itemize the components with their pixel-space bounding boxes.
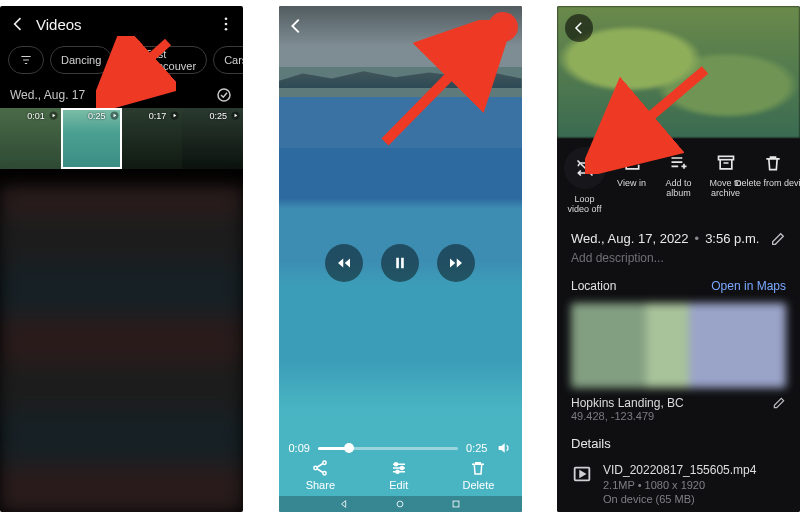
capture-datetime: Wed., Aug. 17, 2022•3:56 p.m. bbox=[571, 231, 759, 246]
time-elapsed: 0:09 bbox=[289, 442, 310, 454]
location-label: Location bbox=[571, 279, 616, 293]
video-thumb[interactable]: 0:25 bbox=[182, 108, 243, 169]
play-icon bbox=[109, 110, 120, 121]
video-thumbnail-grid: 0:01 0:25 0:17 0:25 bbox=[0, 108, 243, 169]
delete-from-device-button[interactable]: Delete from device bbox=[751, 153, 794, 215]
svg-point-0 bbox=[225, 17, 228, 20]
svg-point-3 bbox=[134, 58, 136, 60]
nav-bar bbox=[279, 496, 522, 512]
svg-rect-22 bbox=[453, 501, 459, 507]
video-thumb-selected[interactable]: 0:25 bbox=[61, 108, 122, 169]
time-total: 0:25 bbox=[466, 442, 487, 454]
playlist-add-icon bbox=[669, 153, 689, 173]
action-row: Loop video off View in Add to album Move… bbox=[557, 139, 800, 225]
file-info: VID_20220817_155605.mp4 2.1MP • 1080 x 1… bbox=[557, 457, 800, 511]
svg-point-1 bbox=[225, 23, 228, 26]
trash-icon bbox=[763, 153, 783, 173]
svg-point-17 bbox=[323, 472, 326, 475]
scrubber-track[interactable] bbox=[318, 447, 458, 450]
loop-video-button[interactable]: Loop video off bbox=[563, 153, 606, 215]
video-thumb[interactable]: 0:17 bbox=[122, 108, 183, 169]
location-icon bbox=[129, 55, 140, 66]
video-file-icon bbox=[571, 463, 593, 485]
svg-point-18 bbox=[394, 463, 397, 466]
svg-rect-25 bbox=[718, 156, 733, 159]
svg-point-12 bbox=[501, 31, 504, 34]
page-title: Videos bbox=[36, 16, 209, 33]
map-preview[interactable] bbox=[571, 303, 786, 388]
archive-icon bbox=[716, 153, 736, 173]
svg-point-4 bbox=[218, 89, 230, 101]
phone-video-details: Loop video off View in Add to album Move… bbox=[557, 6, 800, 512]
file-name: VID_20220817_155605.mp4 bbox=[603, 463, 756, 477]
coordinates: 49.428, -123.479 bbox=[557, 410, 800, 432]
phone-videos-library: Videos Dancing East Vancouver Cars Wed.,… bbox=[0, 6, 243, 512]
details-label: Details bbox=[557, 432, 800, 457]
back-icon[interactable] bbox=[8, 14, 28, 34]
filter-chip-row: Dancing East Vancouver Cars bbox=[0, 42, 243, 84]
details-sheet: Loop video off View in Add to album Move… bbox=[557, 138, 800, 512]
nav-back-icon[interactable] bbox=[339, 499, 349, 509]
nav-recent-icon[interactable] bbox=[451, 499, 461, 509]
nav-home-icon[interactable] bbox=[395, 499, 405, 509]
select-all-icon[interactable] bbox=[215, 86, 233, 104]
video-preview bbox=[557, 6, 800, 138]
svg-point-19 bbox=[400, 467, 403, 470]
svg-point-2 bbox=[225, 28, 228, 31]
svg-point-20 bbox=[396, 470, 399, 473]
bottom-action-bar: Share Edit Delete bbox=[279, 454, 522, 496]
svg-point-16 bbox=[314, 466, 317, 469]
share-button[interactable]: Share bbox=[306, 459, 335, 491]
view-in-button[interactable]: View in bbox=[610, 153, 653, 215]
delete-button[interactable]: Delete bbox=[463, 459, 495, 491]
add-to-album-button[interactable]: Add to album bbox=[657, 153, 700, 215]
more-menu-button[interactable] bbox=[488, 12, 518, 42]
chip-cars[interactable]: Cars bbox=[213, 46, 243, 74]
video-thumb[interactable]: 0:01 bbox=[0, 108, 61, 169]
file-device: On device (65 MB) bbox=[603, 493, 756, 505]
place-name: Hopkins Landing, BC bbox=[571, 396, 684, 410]
loop-off-icon bbox=[575, 158, 595, 178]
blurred-content bbox=[0, 186, 243, 512]
chip-east-vancouver[interactable]: East Vancouver bbox=[118, 46, 207, 74]
play-icon bbox=[48, 110, 59, 121]
filter-button[interactable] bbox=[8, 46, 44, 74]
svg-point-15 bbox=[323, 461, 326, 464]
rewind-button[interactable] bbox=[325, 244, 363, 282]
play-icon bbox=[169, 110, 180, 121]
svg-point-11 bbox=[501, 26, 504, 29]
play-icon bbox=[230, 110, 241, 121]
back-button[interactable] bbox=[565, 14, 593, 42]
open-in-maps-link[interactable]: Open in Maps bbox=[711, 279, 786, 293]
playback-controls bbox=[279, 244, 522, 282]
edit-button[interactable]: Edit bbox=[389, 459, 408, 491]
file-meta: 2.1MP • 1080 x 1920 bbox=[603, 479, 756, 491]
svg-rect-13 bbox=[396, 258, 399, 269]
add-description-field[interactable]: Add description... bbox=[557, 249, 800, 277]
more-icon[interactable] bbox=[217, 15, 235, 33]
scrubber-knob[interactable] bbox=[344, 443, 354, 453]
svg-rect-14 bbox=[401, 258, 404, 269]
forward-button[interactable] bbox=[437, 244, 475, 282]
svg-point-10 bbox=[501, 20, 504, 23]
phone-video-player: 0:09 0:25 Share Edit Delete bbox=[279, 6, 522, 512]
svg-point-21 bbox=[397, 501, 403, 507]
edit-icon[interactable] bbox=[772, 396, 786, 410]
back-icon[interactable] bbox=[285, 15, 307, 37]
edit-icon[interactable] bbox=[770, 231, 786, 247]
open-external-icon bbox=[622, 153, 642, 173]
pause-button[interactable] bbox=[381, 244, 419, 282]
date-header: Wed., Aug. 17 bbox=[10, 88, 85, 102]
chip-dancing[interactable]: Dancing bbox=[50, 46, 112, 74]
